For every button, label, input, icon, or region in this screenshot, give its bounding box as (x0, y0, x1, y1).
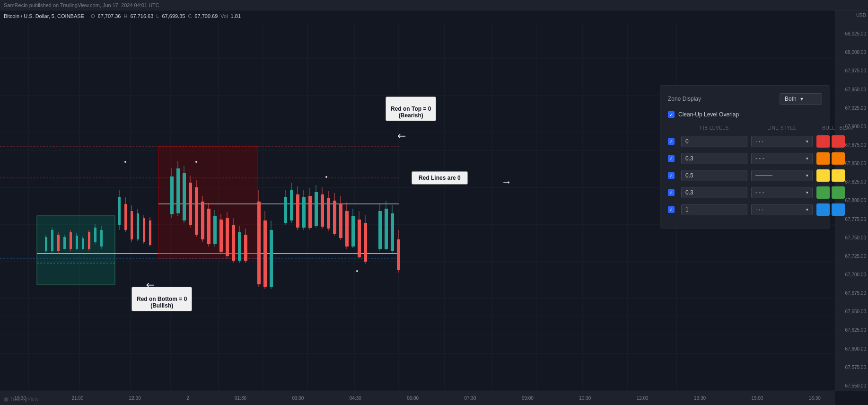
fib-row-0: ✓ 0 · · · ▾ (668, 135, 822, 148)
price-16: 67,625.00 (837, 327, 866, 333)
svg-point-116 (356, 270, 358, 272)
row-1-fib[interactable]: 0.3 (681, 153, 747, 164)
close-label: C (188, 13, 192, 19)
table-header: FIB LEVELS LINE STYLE BULL | BEAR (668, 125, 822, 131)
close-value: 67,700.69 (194, 13, 218, 19)
fib-row-3: ✓ 0.3 - - - ▾ (668, 186, 822, 199)
fib-row-1: ✓ 0.3 - - - ▾ (668, 152, 822, 165)
row-1-bull-color[interactable] (816, 152, 830, 165)
price-14: 67,675.00 (837, 291, 866, 296)
time-label-11: 12:00 (637, 396, 649, 401)
svg-point-58 (195, 161, 197, 163)
bull-bear-header: BULL | BEAR (816, 125, 859, 131)
row-2-fib[interactable]: 0.5 (681, 170, 747, 181)
cleanup-row: ✓ Clean-Up Level Overlap (668, 111, 822, 118)
chevron-2-icon: ▾ (806, 173, 808, 178)
high-label: H (123, 13, 127, 19)
svg-point-45 (124, 161, 126, 163)
symbol-label: Bitcoin / U.S. Dollar, 5, COINBASE (4, 13, 84, 19)
bearish-annotation: Red on Top = 0(Bearish) (386, 97, 436, 121)
svg-point-97 (325, 176, 327, 178)
low-value: 67,699.35 (162, 13, 185, 19)
row-1-style[interactable]: - - - ▾ (751, 153, 813, 164)
price-1: 68,000.00 (837, 50, 866, 55)
row-3-style-value: - - - (755, 189, 764, 196)
price-3: 67,950.00 (837, 87, 866, 92)
ohlc-bar: Bitcoin / U.S. Dollar, 5, COINBASE O 67,… (0, 10, 840, 22)
chevron-down-icon: ▾ (800, 96, 803, 102)
row-1-style-value: - - - (755, 155, 764, 162)
row-4-style-value: · · · (755, 206, 763, 213)
row-1-checkbox[interactable]: ✓ (668, 155, 675, 162)
row-4-fib[interactable]: 1 (681, 204, 747, 215)
row-2-bull-color[interactable] (816, 169, 830, 182)
low-label: L (156, 13, 159, 19)
chevron-3-icon: ▾ (806, 190, 808, 195)
row-0-bull-color[interactable] (816, 135, 830, 148)
price-0: 68,025.00 (837, 31, 866, 36)
row-1-colors (816, 152, 859, 165)
row-4-bear-color[interactable] (832, 203, 845, 216)
fib-header: FIB LEVELS (681, 125, 747, 131)
row-0-fib[interactable]: 0 (681, 136, 747, 147)
open-value: 67,707.36 (98, 13, 121, 19)
row-3-checkbox[interactable]: ✓ (668, 189, 675, 196)
zone-display-row: Zone Display Both ▾ (668, 93, 822, 105)
row-4-style[interactable]: · · · ▾ (751, 204, 813, 215)
time-label-6: 04:30 (350, 396, 361, 401)
header-empty (668, 125, 677, 131)
fib-row-4: ✓ 1 · · · ▾ (668, 203, 822, 216)
price-10: 67,775.00 (837, 217, 866, 222)
time-label-8: 07:30 (465, 396, 476, 401)
time-label-12: 13:30 (694, 396, 706, 401)
time-label-3: 2 (186, 396, 189, 401)
chevron-1-icon: ▾ (806, 156, 808, 161)
time-label-7: 06:00 (407, 396, 419, 401)
currency-label: USD (837, 13, 866, 18)
cleanup-checkbox[interactable]: ✓ (668, 111, 675, 118)
row-4-bull-color[interactable] (816, 203, 830, 216)
zone-display-label: Zone Display (668, 96, 780, 102)
zone-display-dropdown[interactable]: Both ▾ (780, 93, 822, 105)
price-18: 67,575.00 (837, 365, 866, 370)
row-2-style[interactable]: ——— ▾ (751, 170, 813, 181)
row-2-colors (816, 169, 859, 182)
row-3-style[interactable]: - - - ▾ (751, 187, 813, 198)
time-label-9: 09:00 (522, 396, 534, 401)
row-3-fib[interactable]: 0.3 (681, 187, 747, 198)
red-lines-text: Red Lines are 0 (419, 175, 461, 181)
price-12: 67,725.00 (837, 254, 866, 259)
row-4-colors (816, 203, 859, 216)
price-2: 67,975.00 (837, 68, 866, 73)
cleanup-label: Clean-Up Level Overlap (678, 111, 822, 118)
time-label-2: 22:30 (129, 396, 141, 401)
time-label-1: 21:00 (71, 396, 83, 401)
row-2-style-value: ——— (755, 172, 772, 179)
row-3-bull-color[interactable] (816, 186, 830, 199)
row-3-bear-color[interactable] (832, 186, 845, 199)
row-0-style-value: · · · (755, 138, 763, 145)
top-bar: SamRecio published on TradingView.com, J… (0, 0, 868, 10)
row-0-checkbox[interactable]: ✓ (668, 138, 675, 145)
tv-logo: ▣ TradingView (4, 396, 38, 402)
row-2-checkbox[interactable]: ✓ (668, 172, 675, 179)
vol-value: 1.81 (231, 13, 241, 19)
red-lines-annotation: Red Lines are 0 (412, 171, 468, 185)
price-4: 67,925.00 (837, 106, 866, 111)
svg-rect-17 (37, 216, 115, 284)
row-0-colors (816, 135, 859, 148)
zone-panel: Zone Display Both ▾ ✓ Clean-Up Level Ove… (660, 85, 830, 229)
chevron-4-icon: ▾ (806, 207, 808, 212)
row-2-bear-color[interactable] (832, 169, 845, 182)
chevron-0-icon: ▾ (806, 139, 808, 144)
row-0-bear-color[interactable] (832, 135, 845, 148)
open-label: O (91, 13, 95, 19)
vol-label: Vol (220, 13, 228, 19)
row-0-style[interactable]: · · · ▾ (751, 136, 813, 147)
bullish-annotation: Red on Bottom = 0(Bullish) (132, 287, 192, 311)
red-lines-arrow: → (501, 176, 512, 188)
price-13: 67,700.00 (837, 272, 866, 277)
time-label-10: 10:30 (579, 396, 591, 401)
row-4-checkbox[interactable]: ✓ (668, 206, 675, 213)
row-1-bear-color[interactable] (832, 152, 845, 165)
